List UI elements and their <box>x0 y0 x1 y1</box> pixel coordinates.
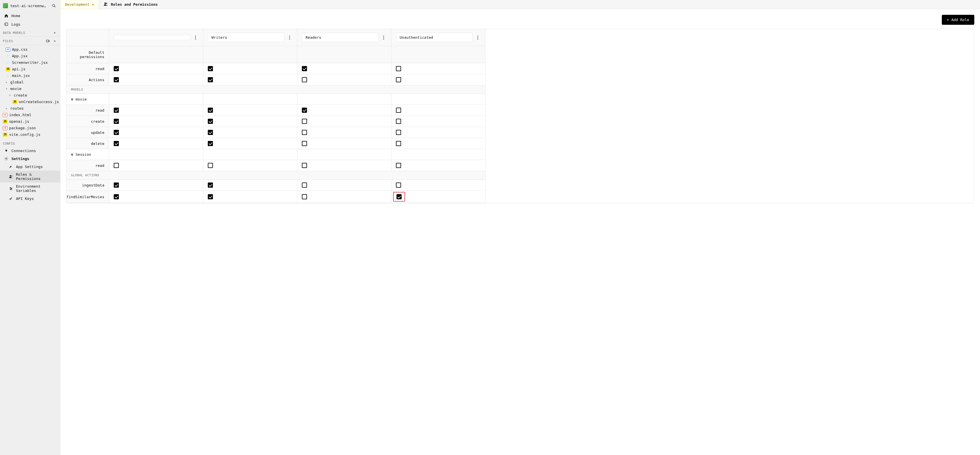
perm-checkbox[interactable] <box>297 191 391 203</box>
add-role-button[interactable]: + Add Role <box>942 15 974 25</box>
perm-checkbox[interactable] <box>391 180 485 191</box>
config-env-vars[interactable]: Environment Variables <box>0 182 60 195</box>
checkbox[interactable] <box>114 182 119 188</box>
perm-checkbox[interactable] <box>391 127 485 138</box>
perm-checkbox[interactable] <box>203 191 297 203</box>
perm-checkbox[interactable] <box>297 138 391 149</box>
checkbox[interactable] <box>396 119 401 124</box>
perm-checkbox[interactable] <box>203 75 297 86</box>
checkbox[interactable] <box>396 66 401 71</box>
search-icon[interactable] <box>51 2 57 9</box>
checkbox[interactable] <box>114 130 119 135</box>
model-movie[interactable]: movie <box>67 94 109 105</box>
checkbox[interactable] <box>302 130 307 135</box>
perm-checkbox[interactable] <box>297 180 391 191</box>
folder-global[interactable]: ▸global <box>0 79 60 86</box>
checkbox[interactable] <box>208 119 213 124</box>
file-main-jsx[interactable]: ⚛main.jsx <box>0 72 60 79</box>
checkbox[interactable] <box>208 108 213 113</box>
environment-selector[interactable]: Development ▾ <box>60 0 99 9</box>
checkbox[interactable] <box>208 194 213 199</box>
perm-checkbox[interactable] <box>391 191 485 203</box>
perm-checkbox[interactable] <box>297 116 391 127</box>
perm-checkbox[interactable] <box>203 116 297 127</box>
app-name[interactable]: test-ai-screenwrit… <box>10 4 48 8</box>
perm-checkbox[interactable] <box>109 127 203 138</box>
perm-checkbox[interactable] <box>391 138 485 149</box>
perm-checkbox[interactable] <box>109 63 203 75</box>
checkbox[interactable] <box>114 119 119 124</box>
perm-checkbox[interactable] <box>203 160 297 171</box>
checkbox[interactable] <box>208 130 213 135</box>
nav-logs[interactable]: Logs <box>0 20 60 29</box>
role-name-input[interactable]: Writers <box>208 33 285 42</box>
checkbox[interactable] <box>208 163 213 168</box>
config-api-keys[interactable]: API Keys <box>0 195 60 203</box>
role-name-input[interactable]: Unauthenticated <box>396 33 473 42</box>
checkbox[interactable] <box>208 77 213 82</box>
nav-home[interactable]: Home <box>0 11 60 20</box>
checkbox[interactable] <box>302 66 307 71</box>
perm-checkbox[interactable] <box>391 116 485 127</box>
role-menu-icon[interactable] <box>381 36 387 40</box>
role-menu-icon[interactable] <box>193 36 198 40</box>
checkbox[interactable] <box>396 130 401 135</box>
perm-checkbox[interactable] <box>109 138 203 149</box>
checkbox[interactable] <box>396 182 401 188</box>
checkbox[interactable] <box>302 182 307 188</box>
perm-checkbox[interactable] <box>109 105 203 116</box>
checkbox[interactable] <box>114 141 119 146</box>
folder-routes[interactable]: ▸routes <box>0 105 60 112</box>
config-connections[interactable]: Connections <box>0 147 60 155</box>
checkbox[interactable] <box>114 108 119 113</box>
perm-checkbox[interactable] <box>109 75 203 86</box>
role-menu-icon[interactable] <box>475 36 480 40</box>
file-vite-config[interactable]: JSvite.config.js <box>0 131 60 138</box>
checkbox[interactable] <box>114 77 119 82</box>
checkbox[interactable] <box>396 163 401 168</box>
file-oncreatesuccess[interactable]: JSonCreateSuccess.js <box>0 98 60 105</box>
new-folder-icon[interactable] <box>45 38 51 44</box>
role-menu-icon[interactable] <box>287 36 293 40</box>
config-app-settings[interactable]: App Settings <box>0 163 60 171</box>
file-package-json[interactable]: ⬒package.json <box>0 125 60 131</box>
checkbox[interactable] <box>114 194 119 199</box>
checkbox[interactable] <box>208 66 213 71</box>
perm-checkbox[interactable] <box>391 105 485 116</box>
add-model-icon[interactable]: + <box>52 30 57 35</box>
perm-checkbox[interactable] <box>203 63 297 75</box>
perm-checkbox[interactable] <box>297 105 391 116</box>
checkbox[interactable] <box>302 163 307 168</box>
perm-checkbox[interactable] <box>391 160 485 171</box>
model-session[interactable]: Session <box>67 149 109 160</box>
checkbox[interactable] <box>302 194 307 199</box>
config-roles-permissions[interactable]: Roles & Permissions <box>0 171 60 182</box>
file-openai-js[interactable]: JSopenai.js <box>0 118 60 125</box>
folder-movie[interactable]: ▾movie <box>0 86 60 92</box>
perm-checkbox[interactable] <box>109 116 203 127</box>
file-index-html[interactable]: ⬒index.html <box>0 112 60 118</box>
perm-checkbox[interactable] <box>203 105 297 116</box>
file-api-js[interactable]: JSapi.js <box>0 66 60 72</box>
file-app-jsx[interactable]: ⚛App.jsx <box>0 53 60 59</box>
perm-checkbox[interactable] <box>297 160 391 171</box>
checkbox[interactable] <box>114 66 119 71</box>
perm-checkbox[interactable] <box>109 160 203 171</box>
file-screenwriter-jsx[interactable]: ⚛Screenwriter.jsx <box>0 59 60 66</box>
checkbox[interactable] <box>396 108 401 113</box>
checkbox[interactable] <box>302 119 307 124</box>
checkbox[interactable] <box>114 163 119 168</box>
perm-checkbox[interactable] <box>391 63 485 75</box>
perm-checkbox[interactable] <box>391 75 485 86</box>
role-name-input[interactable]: Readers <box>302 33 379 42</box>
perm-checkbox[interactable] <box>297 75 391 86</box>
checkbox[interactable] <box>208 182 213 188</box>
file-app-css[interactable]: ⬒App.css <box>0 46 60 53</box>
checkbox[interactable] <box>396 194 402 199</box>
checkbox[interactable] <box>302 77 307 82</box>
checkbox[interactable] <box>396 141 401 146</box>
perm-checkbox[interactable] <box>203 138 297 149</box>
new-file-icon[interactable]: + <box>52 38 57 44</box>
perm-checkbox[interactable] <box>297 63 391 75</box>
folder-create[interactable]: ▾create <box>0 92 60 98</box>
